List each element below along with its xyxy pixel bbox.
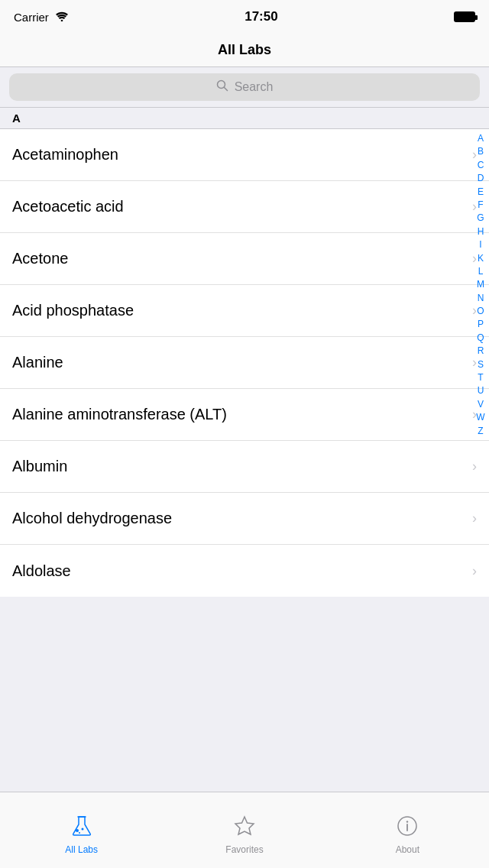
svg-point-6 — [79, 832, 80, 834]
alpha-g[interactable]: G — [477, 212, 484, 225]
status-bar: Carrier 17:50 — [0, 0, 489, 34]
svg-point-4 — [76, 829, 79, 832]
list-item[interactable]: Acetaminophen › — [0, 129, 489, 181]
alpha-i[interactable]: I — [479, 238, 481, 251]
alpha-q[interactable]: Q — [477, 332, 484, 345]
search-bar-container: Search — [0, 67, 489, 108]
alpha-d[interactable]: D — [478, 172, 484, 185]
tab-favorites-label: Favorites — [225, 844, 263, 855]
star-icon — [232, 814, 257, 841]
alpha-k[interactable]: K — [478, 252, 484, 265]
main-content: Search A Acetaminophen › Acetoacetic aci… — [0, 67, 489, 792]
list-item[interactable]: Alanine aminotransferase (ALT) › — [0, 389, 489, 441]
svg-marker-7 — [235, 817, 254, 834]
tab-all-labs[interactable]: All Labs — [0, 806, 163, 855]
alpha-b[interactable]: B — [478, 145, 484, 158]
alpha-w[interactable]: W — [476, 411, 484, 424]
list-item[interactable]: Acetone › — [0, 233, 489, 285]
alpha-r[interactable]: R — [478, 345, 484, 358]
tab-about-label: About — [396, 844, 419, 855]
wifi-icon — [55, 11, 69, 24]
svg-point-5 — [81, 828, 83, 830]
flask-icon — [70, 814, 94, 841]
svg-point-10 — [406, 821, 408, 822]
status-left: Carrier — [14, 11, 69, 24]
alpha-c[interactable]: C — [478, 159, 484, 172]
section-header-a: A — [0, 108, 489, 129]
alpha-z[interactable]: Z — [478, 425, 483, 438]
alpha-p[interactable]: P — [478, 318, 484, 331]
tab-bar: All Labs Favorites About — [0, 792, 489, 868]
list-item[interactable]: Alcohol dehydrogenase › — [0, 493, 489, 545]
alpha-o[interactable]: O — [477, 305, 484, 318]
alphabet-index: A B C D E F G H I K L M N O P Q R S T U … — [472, 129, 489, 597]
list-content: A Acetaminophen › Acetoacetic acid › Ace… — [0, 108, 489, 597]
carrier-label: Carrier — [14, 11, 49, 24]
alpha-h[interactable]: H — [478, 225, 484, 238]
list-item[interactable]: Aldolase › — [0, 545, 489, 597]
svg-point-0 — [61, 19, 63, 21]
alpha-t[interactable]: T — [478, 371, 483, 384]
nav-bar: All Labs — [0, 34, 489, 67]
tab-favorites[interactable]: Favorites — [163, 806, 325, 855]
info-icon — [395, 814, 419, 841]
search-bar[interactable]: Search — [9, 73, 480, 101]
alpha-u[interactable]: U — [478, 384, 484, 397]
alpha-n[interactable]: N — [478, 292, 484, 305]
status-time: 17:50 — [244, 9, 277, 24]
list-item[interactable]: Albumin › — [0, 441, 489, 493]
tab-about[interactable]: About — [326, 806, 489, 855]
list-item[interactable]: Acid phosphatase › — [0, 285, 489, 337]
alpha-a[interactable]: A — [478, 132, 484, 145]
list-item[interactable]: Alanine › — [0, 337, 489, 389]
search-icon — [216, 79, 228, 95]
tab-all-labs-label: All Labs — [65, 844, 98, 855]
battery-icon — [454, 11, 475, 22]
alpha-v[interactable]: V — [478, 398, 484, 411]
svg-line-2 — [224, 88, 227, 91]
page-title: All Labs — [218, 42, 271, 58]
alpha-e[interactable]: E — [478, 186, 484, 199]
alpha-l[interactable]: L — [478, 265, 484, 278]
list-item[interactable]: Acetoacetic acid › — [0, 181, 489, 233]
alpha-f[interactable]: F — [478, 199, 483, 212]
alpha-s[interactable]: S — [478, 358, 484, 371]
alpha-m[interactable]: M — [477, 278, 484, 291]
search-placeholder: Search — [235, 80, 274, 94]
